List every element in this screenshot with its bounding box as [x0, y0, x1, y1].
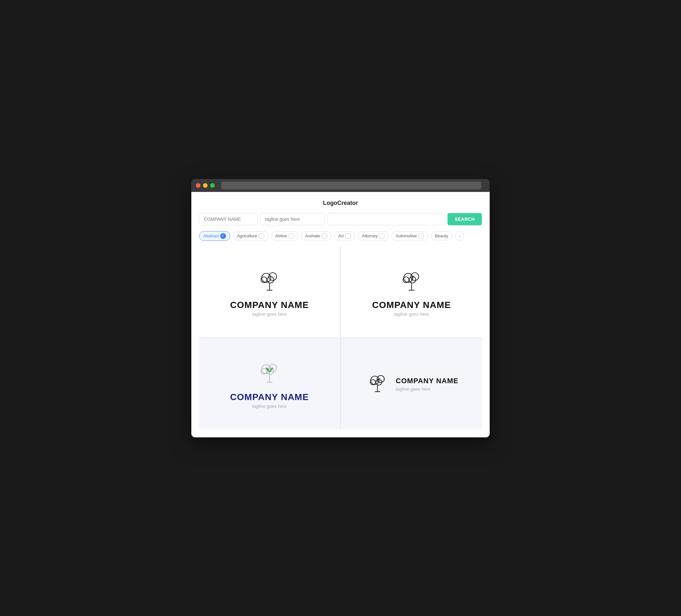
logo-card-2[interactable]: COMPANY NAME tagline goes here — [341, 247, 482, 337]
company-name-3: COMPANY NAME — [230, 392, 309, 402]
company-name-4: COMPANY NAME — [396, 377, 458, 385]
company-name-input[interactable] — [199, 213, 257, 225]
app-window: LogoCreator SEARCH Abstract ✓ Agricultur… — [191, 179, 490, 437]
svg-point-19 — [377, 376, 384, 383]
filter-label: Beauty — [435, 233, 448, 238]
filter-chip-abstract[interactable]: Abstract ✓ — [199, 231, 230, 241]
tagline-1: tagline goes here — [252, 312, 287, 317]
filter-label: Animals — [305, 233, 320, 238]
filter-label: Abstract — [203, 233, 219, 238]
filter-chip-beauty[interactable]: Beauty — [431, 231, 452, 240]
logo-card-4[interactable]: COMPANY NAME tagline goes here — [341, 339, 482, 430]
titlebar — [191, 179, 490, 192]
keyword-input[interactable] — [328, 213, 445, 225]
filter-chip-attorney[interactable]: Attorney ✓ — [358, 231, 389, 241]
company-name-2: COMPANY NAME — [372, 300, 451, 310]
app-title: LogoCreator — [199, 200, 482, 207]
minimize-button[interactable] — [203, 183, 207, 188]
check-icon: ✓ — [321, 233, 327, 239]
tagline-3: tagline goes here — [252, 404, 287, 409]
check-icon: ✓ — [288, 233, 294, 239]
logo-icon-1 — [255, 267, 284, 295]
filter-chip-art[interactable]: Art ✓ — [334, 231, 355, 241]
search-button[interactable]: SEARCH — [448, 213, 482, 225]
logo-grid: COMPANY NAME tagline goes here — [199, 247, 482, 430]
check-icon: ✓ — [258, 233, 264, 239]
filter-label: Art — [338, 233, 344, 238]
company-name-1: COMPANY NAME — [230, 300, 309, 310]
tagline-2: tagline goes here — [394, 312, 429, 317]
logo-card-3[interactable]: COMPANY NAME tagline goes here — [199, 339, 340, 430]
filter-next-button[interactable]: → — [455, 231, 464, 240]
logo-text-group-4: COMPANY NAME tagline goes here — [396, 377, 458, 392]
logo-icon-4 — [364, 370, 390, 398]
close-button[interactable] — [196, 183, 200, 188]
logo-card-1[interactable]: COMPANY NAME tagline goes here — [199, 247, 340, 337]
check-icon: ✓ — [345, 233, 351, 239]
check-icon: ✓ — [418, 233, 424, 239]
tagline-input[interactable] — [260, 213, 325, 225]
check-icon: ✓ — [220, 233, 226, 239]
check-icon: ✓ — [379, 233, 385, 239]
filter-chip-animals[interactable]: Animals ✓ — [301, 231, 331, 241]
filter-label: Attorney — [362, 233, 377, 238]
tagline-4: tagline goes here — [396, 386, 458, 392]
filter-chip-agriculture[interactable]: Agriculture ✓ — [233, 231, 269, 241]
filter-chip-airline[interactable]: Airline ✓ — [271, 231, 298, 241]
app-body: LogoCreator SEARCH Abstract ✓ Agricultur… — [191, 192, 490, 437]
filter-label: Agriculture — [237, 233, 257, 238]
filter-row: Abstract ✓ Agriculture ✓ Airline ✓ Anima… — [199, 231, 482, 241]
logo-icon-2 — [397, 267, 426, 295]
maximize-button[interactable] — [210, 183, 215, 188]
logo-icon-3 — [255, 360, 284, 387]
url-bar[interactable] — [221, 182, 481, 189]
filter-chip-automotive[interactable]: Automotive ✓ — [392, 231, 428, 241]
filter-label: Airline — [275, 233, 287, 238]
search-row: SEARCH — [199, 213, 482, 225]
filter-label: Automotive — [396, 233, 417, 238]
